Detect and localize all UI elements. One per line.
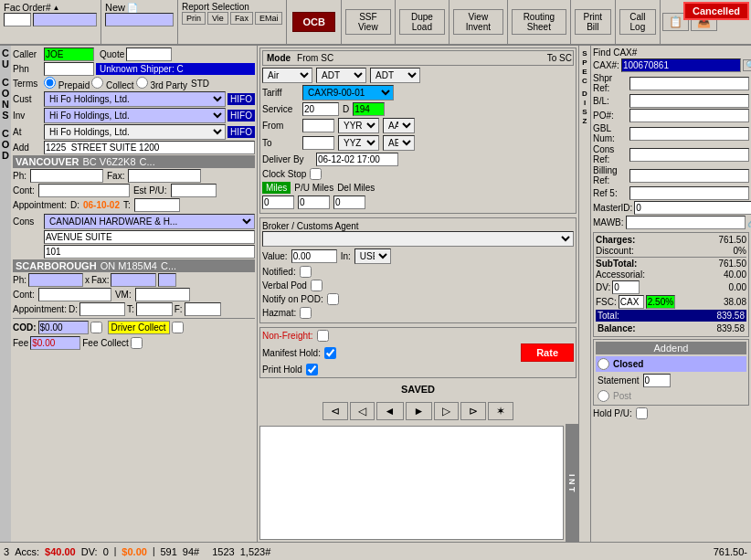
ref5-input[interactable] xyxy=(629,186,749,200)
nav-first-btn[interactable]: ⊲ xyxy=(323,402,348,420)
to-ae-select[interactable]: AE xyxy=(383,135,415,151)
cons-ref-input[interactable] xyxy=(629,148,749,162)
del-miles-input[interactable] xyxy=(333,195,365,209)
fax2-ext-input[interactable] xyxy=(158,273,176,287)
fsc-carrier-input[interactable] xyxy=(619,295,644,309)
in-select[interactable]: USE xyxy=(354,248,391,264)
billing-ref-input[interactable] xyxy=(629,169,749,183)
hazmat-checkbox[interactable] xyxy=(300,307,312,319)
to-yyz-select[interactable]: YYZ xyxy=(338,135,379,151)
nav-search-btn[interactable]: ✶ xyxy=(488,402,513,420)
print-hold-checkbox[interactable] xyxy=(306,364,318,375)
miles-btn[interactable]: Miles xyxy=(262,182,291,194)
mode-select[interactable]: Air xyxy=(262,68,312,83)
master-id-input[interactable] xyxy=(634,201,751,215)
cax-input[interactable] xyxy=(621,58,741,72)
cont2-input[interactable] xyxy=(38,288,111,301)
pu-miles-input[interactable] xyxy=(298,195,330,209)
deliver-by-input[interactable] xyxy=(316,153,398,166)
fac-input[interactable] xyxy=(4,13,31,26)
collect-radio[interactable] xyxy=(91,77,103,89)
fsc-pct-input[interactable] xyxy=(646,295,675,309)
d-input[interactable] xyxy=(353,102,385,116)
manifest-hold-checkbox[interactable] xyxy=(324,347,336,359)
nav-last-btn[interactable]: ⊳ xyxy=(460,402,486,420)
ssf-button[interactable]: SSF View xyxy=(345,9,391,35)
clock-stop-checkbox[interactable] xyxy=(310,168,322,180)
cont-input[interactable] xyxy=(38,184,130,197)
addr-input[interactable] xyxy=(44,141,255,154)
from-yyr-select[interactable]: YYR xyxy=(338,118,379,133)
to-date-input[interactable] xyxy=(302,136,334,150)
ph-input[interactable] xyxy=(30,169,103,183)
caller-input[interactable] xyxy=(44,48,94,61)
notified-checkbox[interactable] xyxy=(300,266,312,278)
bl-input[interactable] xyxy=(629,94,749,108)
cod-checkbox[interactable] xyxy=(90,322,102,333)
gbl-input[interactable] xyxy=(629,127,749,141)
cax-search-icon[interactable]: 🔍 xyxy=(743,59,751,71)
ocb-button[interactable]: OCB xyxy=(292,12,334,32)
to-adt-select[interactable]: ADT xyxy=(370,68,420,83)
appt-t-input[interactable] xyxy=(134,198,180,212)
dv-input[interactable] xyxy=(612,280,640,294)
prepaid-radio[interactable] xyxy=(44,77,56,89)
from-aa-select[interactable]: AA xyxy=(383,118,415,133)
po-input[interactable] xyxy=(629,109,749,122)
appt2-d-input[interactable] xyxy=(79,302,125,316)
mawb-input[interactable] xyxy=(626,216,746,229)
post-radio[interactable] xyxy=(598,390,609,402)
shpr-ref-input[interactable] xyxy=(629,77,749,90)
from-date-input[interactable] xyxy=(302,119,334,132)
order-input[interactable]: 99004234 xyxy=(33,13,97,26)
closed-checkbox[interactable] xyxy=(598,358,609,370)
cons-select[interactable]: CANADIAN HARDWARE & H... xyxy=(44,214,255,229)
fax-btn[interactable]: Fax xyxy=(230,12,253,25)
notes-area[interactable] xyxy=(259,426,564,540)
vm-input[interactable] xyxy=(135,288,190,301)
broker-select[interactable] xyxy=(262,231,574,247)
dupe-button[interactable]: Dupe Load xyxy=(399,9,445,35)
nav-step-back-btn[interactable]: ◄ xyxy=(376,402,404,420)
from-adt-select[interactable]: ADT xyxy=(316,68,366,83)
cust-select[interactable]: Hi Fo Holdings, Ltd. xyxy=(44,91,226,107)
fax-input[interactable] xyxy=(128,169,201,183)
est-pu-input[interactable] xyxy=(171,184,217,197)
view-btn[interactable]: Vie xyxy=(207,12,228,25)
print-bill-button[interactable]: Print Bill xyxy=(575,9,611,35)
routing-button[interactable]: Routing Sheet xyxy=(512,9,566,35)
print-btn[interactable]: Prin xyxy=(182,12,206,25)
mawb-icon[interactable]: 🔗 xyxy=(747,217,751,227)
non-freight-checkbox[interactable] xyxy=(317,330,329,342)
fee-input[interactable] xyxy=(30,336,80,350)
thirdparty-radio[interactable] xyxy=(136,77,148,89)
fee-collect-checkbox[interactable] xyxy=(131,337,143,349)
rate-button[interactable]: Rate xyxy=(521,343,574,362)
quote-input[interactable] xyxy=(126,48,172,61)
appt2-f-input[interactable] xyxy=(185,302,221,316)
nav-step-fwd-btn[interactable]: ► xyxy=(406,402,433,420)
tariff-select[interactable]: CAXR9-00-01 xyxy=(302,85,394,100)
phn-input[interactable] xyxy=(44,62,94,76)
emai-btn[interactable]: EMai xyxy=(255,12,283,25)
value-input[interactable] xyxy=(291,249,337,263)
cons-addr2-input[interactable] xyxy=(44,245,255,259)
new-order-input[interactable]: 99031927 xyxy=(105,13,174,26)
ph2-input[interactable] xyxy=(28,273,83,287)
nav-prev-btn[interactable]: ◁ xyxy=(350,402,375,420)
at-select[interactable]: Hi Fo Holdings, Ltd. xyxy=(44,124,226,140)
view-invent-button[interactable]: View Invent xyxy=(453,9,503,35)
appt2-t-input[interactable] xyxy=(136,302,173,316)
inv-select[interactable]: Hi Fo Holdings, Ltd. xyxy=(44,108,226,123)
cod-input[interactable] xyxy=(38,321,89,334)
notify-pod-checkbox[interactable] xyxy=(327,293,339,305)
hold-pu-checkbox[interactable] xyxy=(636,407,648,419)
driver-collect-checkbox[interactable] xyxy=(172,322,184,333)
fax2-input[interactable] xyxy=(111,273,156,287)
miles-input[interactable] xyxy=(262,195,294,209)
cons-addr-input[interactable] xyxy=(44,230,255,244)
service-input[interactable] xyxy=(302,102,339,116)
statement-input[interactable] xyxy=(643,374,671,387)
nav-next-btn[interactable]: ▷ xyxy=(434,402,459,420)
driver-collect-btn[interactable]: Driver Collect xyxy=(108,321,170,334)
